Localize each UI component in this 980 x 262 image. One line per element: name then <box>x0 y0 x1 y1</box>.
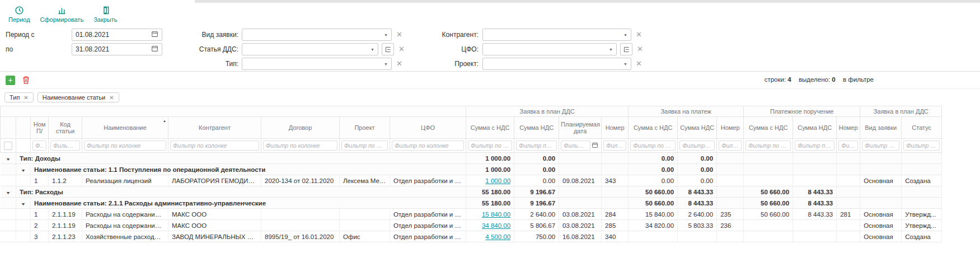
column-header-po_nds[interactable]: Сумма НДС <box>793 117 837 139</box>
column-header-req_type[interactable]: Вид заявки <box>860 117 902 139</box>
period-button[interactable]: Период <box>3 4 35 24</box>
column-header-contract[interactable]: Договор <box>261 117 340 139</box>
cell-po_num <box>837 231 860 242</box>
cell-contract: 8995/19_ от 16.01.2020 <box>261 231 340 242</box>
collapse-icon[interactable]: ▼ <box>6 191 11 195</box>
filter-row-mode-icon[interactable] <box>4 142 12 150</box>
type-clear-icon[interactable]: ✕ <box>396 60 402 67</box>
column-filter-input-plan_num[interactable] <box>603 141 626 151</box>
column-header-name[interactable]: Наименование▲ <box>82 117 168 139</box>
column-filter-input-pay_nds[interactable] <box>679 141 715 151</box>
filter-cell-expander2 <box>16 139 31 153</box>
column-header-plan_sum[interactable]: Сумма с НДС <box>466 117 514 139</box>
column-filter-input-code[interactable] <box>50 141 80 151</box>
column-header-plan_num[interactable]: Номер <box>602 117 629 139</box>
column-filter-input-po_nds[interactable] <box>795 141 834 151</box>
column-header-code[interactable]: Код статьи <box>49 117 82 139</box>
cfo-clear-icon[interactable]: ✕ <box>637 45 643 53</box>
group-sum-plan_nds: 9 196.67 <box>514 186 559 198</box>
table-row[interactable]: 12.1.1.19Расходы на содержание оф...МАКС… <box>1 209 942 220</box>
add-row-button[interactable]: + <box>6 76 15 85</box>
column-filter-input-contragent[interactable] <box>170 141 259 151</box>
generate-button[interactable]: Сформировать <box>35 4 89 24</box>
cell-pay_nds: 0.00 <box>678 175 717 186</box>
cell-cfo: Отдел разработки и IT... <box>390 175 466 186</box>
calendar-icon[interactable] <box>151 45 158 54</box>
project-clear-icon[interactable]: ✕ <box>636 60 642 67</box>
filter-row <box>1 139 942 153</box>
column-filter-input-cfo[interactable] <box>392 141 464 151</box>
column-filter-input-plan_sum[interactable] <box>468 141 512 151</box>
column-header-status[interactable]: Статус <box>902 117 942 139</box>
column-filter-input-po_num[interactable] <box>838 141 858 151</box>
generate-chart-icon <box>57 6 67 15</box>
contragent-clear-icon[interactable]: ✕ <box>636 31 642 38</box>
column-filter-input-name[interactable] <box>84 141 166 151</box>
column-header-pay_nds[interactable]: Сумма НДС <box>678 117 717 139</box>
column-filter-input-plan_nds[interactable] <box>516 141 557 151</box>
filter-cell-plan_sum <box>466 139 514 153</box>
group-chip-type[interactable]: Тип ✕ <box>4 92 34 102</box>
calendar-icon[interactable] <box>592 142 598 149</box>
period-to-field[interactable]: 31.08.2021 <box>72 43 162 55</box>
chip-remove-icon[interactable]: ✕ <box>24 95 28 101</box>
column-filter-input-plan_date[interactable] <box>561 141 590 151</box>
column-header-po_sum[interactable]: Сумма с НДС <box>744 117 793 139</box>
column-header-po_num[interactable]: Номер <box>837 117 860 139</box>
group-row-type[interactable]: ▼Тип: Доходы1 000.000.000.000.00 <box>1 153 942 164</box>
cell-project <box>340 220 390 231</box>
filter-cell-po_num <box>837 139 860 153</box>
column-filter-input-req_type[interactable] <box>862 141 899 151</box>
column-header-plan_nds[interactable]: Сумма НДС <box>514 117 559 139</box>
column-header-pay_sum[interactable]: Сумма с НДС <box>629 117 678 139</box>
calendar-icon[interactable] <box>151 30 158 39</box>
cfo-select[interactable]: ▼ <box>482 43 617 55</box>
close-button[interactable]: Закрыть <box>88 4 122 24</box>
plan-sum-link[interactable]: 15 840.00 <box>482 211 510 218</box>
cell-plan_nds: 750.00 <box>514 231 559 242</box>
table-row[interactable]: 11.1.2Реализация лицензийЛАБОРАТОРИЯ ГЕМ… <box>1 175 942 186</box>
period-from-field[interactable]: 01.08.2021 <box>72 29 162 41</box>
period-button-label: Период <box>8 16 30 23</box>
group-row-article[interactable]: ▼Наименование статьи: 2.1.1 Расходы адми… <box>1 198 942 209</box>
group-row-type[interactable]: ▼Тип: Расходы55 180.009 196.6750 660.008… <box>1 186 942 198</box>
type-select[interactable]: ▼ <box>242 58 392 70</box>
column-filter-input-status[interactable] <box>903 141 940 151</box>
dds-article-clear-icon[interactable]: ✕ <box>398 45 405 53</box>
table-row[interactable]: 32.1.1.23Хозяйственные расходы (в...ЗАВО… <box>1 231 942 242</box>
plan-sum-link[interactable]: 34 840.00 <box>482 222 510 229</box>
group-chip-article-name[interactable]: Наименование статьи ✕ <box>37 92 119 102</box>
plan-sum-link[interactable]: 4 500.00 <box>485 233 510 240</box>
request-kind-clear-icon[interactable]: ✕ <box>396 31 402 38</box>
delete-row-button[interactable] <box>22 76 30 85</box>
column-filter-input-pay_sum[interactable] <box>630 141 676 151</box>
column-header-pay_num[interactable]: Номер <box>717 117 744 139</box>
column-filter-input-project[interactable] <box>341 141 388 151</box>
collapse-icon[interactable]: ▼ <box>21 169 26 172</box>
request-kind-select[interactable]: ▼ <box>242 29 392 41</box>
group-row-article[interactable]: ▼Наименование статьи: 1.1 Поступления по… <box>1 164 942 175</box>
project-select[interactable]: ▼ <box>482 58 631 70</box>
column-group-header: Заявка на платеж <box>629 106 744 117</box>
table-row[interactable]: 22.1.1.19Расходы на содержание оф...МАКС… <box>1 220 942 231</box>
chip-remove-icon[interactable]: ✕ <box>109 95 114 101</box>
filter-cell-cfo <box>390 139 466 153</box>
dds-article-select[interactable]: ▼ <box>242 43 378 55</box>
dds-article-tree-button[interactable] <box>382 43 394 55</box>
column-filter-input-contract[interactable] <box>263 141 337 151</box>
column-filter-input-pay_num[interactable] <box>719 141 742 151</box>
collapse-icon[interactable]: ▼ <box>21 202 26 206</box>
column-header-contragent[interactable]: Контрагент <box>168 117 261 139</box>
plan-sum-link[interactable]: 1 000.00 <box>485 177 510 184</box>
collapse-icon[interactable]: ▼ <box>6 157 11 161</box>
column-header-project[interactable]: Проект <box>340 117 390 139</box>
column-filter-input-po_sum[interactable] <box>745 141 791 151</box>
column-header-cfo[interactable]: ЦФО <box>390 117 466 139</box>
chevron-down-icon: ▼ <box>367 48 374 52</box>
cfo-tree-button[interactable] <box>620 43 632 55</box>
column-header-num[interactable]: Ном П/ <box>31 117 49 139</box>
column-filter-input-num[interactable] <box>32 141 46 151</box>
contragent-select[interactable]: ▼ <box>482 29 631 41</box>
filter-cell-plan_nds <box>514 139 559 153</box>
column-header-plan_date[interactable]: Планируемая дата <box>559 117 602 139</box>
